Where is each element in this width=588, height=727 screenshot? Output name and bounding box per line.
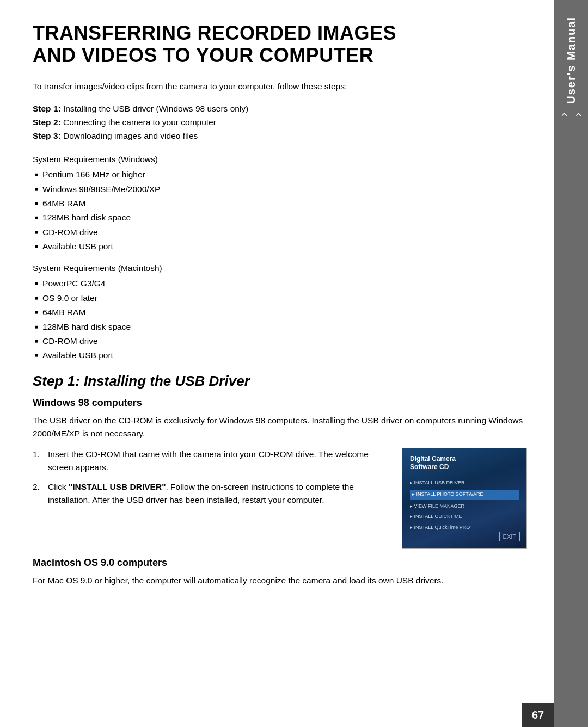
sys-req-windows-list: Pentium 166 MHz or higher Windows 98/98S… [33, 168, 527, 254]
mac-req-2: OS 9.0 or later [35, 291, 527, 305]
win-req-3: 64MB RAM [35, 196, 527, 211]
cd-menu-5: ▸ INSTALL QuickTime PRO [410, 524, 519, 532]
install-step-1-text: Insert the CD-ROM that came with the cam… [48, 448, 391, 474]
step2-label: Step 2: [33, 118, 61, 127]
mac-section: Macintosh OS 9.0 computers For Mac OS 9.… [33, 557, 527, 587]
win-req-6: Available USB port [35, 239, 527, 254]
sys-req-mac-heading: System Requirements (Macintosh) [33, 263, 527, 273]
sys-req-windows-heading: System Requirements (Windows) [33, 155, 527, 164]
mac-req-6: Available USB port [35, 348, 527, 362]
step1-label: Step 1: [33, 104, 61, 113]
windows98-heading: Windows 98 computers [33, 397, 527, 409]
sidebar-tab: User's Manual ›› [554, 0, 588, 727]
win-req-1: Pentium 166 MHz or higher [35, 168, 527, 182]
mac-req-4: 128MB hard disk space [35, 320, 527, 334]
step-item-3: Step 3: Downloading images and video fil… [33, 130, 527, 143]
cd-menu-2: ▸ INSTALL PHOTO SOFTWARE [410, 490, 519, 500]
page-number: 67 [532, 709, 544, 722]
page-title: TRANSFERRING RECORDED IMAGES AND VIDEOS … [33, 22, 527, 67]
win-req-2: Windows 98/98SE/Me/2000/XP [35, 182, 527, 196]
step3-text: Downloading images and video files [63, 131, 198, 140]
num-2: 2. [33, 480, 42, 494]
mac-desc: For Mac OS 9.0 or higher, the computer w… [33, 574, 527, 587]
cd-screenshot: Digital CameraSoftware CD ▸ INSTALL USB … [402, 448, 527, 549]
mac-req-5: CD-ROM drive [35, 334, 527, 348]
windows-desc: The USB driver on the CD-ROM is exclusiv… [33, 414, 527, 440]
steps-list: Step 1: Installing the USB driver (Windo… [33, 102, 527, 143]
win-req-4: 128MB hard disk space [35, 211, 527, 225]
title-line1: TRANSFERRING RECORDED IMAGES [33, 22, 396, 44]
install-step-2-before: Click [48, 482, 69, 491]
page-number-container: 67 [522, 703, 554, 727]
mac-os-heading: Macintosh OS 9.0 computers [33, 557, 527, 569]
step-item-2: Step 2: Connecting the camera to your co… [33, 116, 527, 130]
install-step-1: 1. Insert the CD-ROM that came with the … [33, 448, 391, 474]
step3-label: Step 3: [33, 131, 61, 140]
step1-section-heading: Step 1: Installing the USB Driver [33, 373, 527, 390]
cd-exit-button: EXIT [499, 532, 520, 541]
cd-title: Digital CameraSoftware CD [410, 455, 519, 472]
num-1: 1. [33, 448, 42, 461]
mac-req-1: PowerPC G3/G4 [35, 276, 527, 291]
sidebar-label: User's Manual [565, 16, 578, 104]
step-item-1: Step 1: Installing the USB driver (Windo… [33, 102, 527, 116]
page-container: TRANSFERRING RECORDED IMAGES AND VIDEOS … [0, 0, 588, 727]
install-section: 1. Insert the CD-ROM that came with the … [33, 448, 527, 549]
install-steps-list: 1. Insert the CD-ROM that came with the … [33, 448, 391, 513]
install-step-2: 2. Click "INSTALL USB DRIVER". Follow th… [33, 480, 391, 507]
step1-text: Installing the USB driver (Windows 98 us… [63, 104, 248, 113]
title-line2: AND VIDEOS TO YOUR COMPUTER [33, 44, 373, 66]
intro-paragraph: To transfer images/video clips from the … [33, 80, 527, 93]
sys-req-mac-list: PowerPC G3/G4 OS 9.0 or later 64MB RAM 1… [33, 276, 527, 362]
cd-menu-1: ▸ INSTALL USB DRIVER [410, 479, 519, 487]
install-step-2-content: Click "INSTALL USB DRIVER". Follow the o… [48, 480, 391, 507]
win-req-5: CD-ROM drive [35, 225, 527, 239]
sidebar-chevrons: ›› [557, 114, 585, 116]
cd-menu-3: ▸ VIEW FILE MANAGER [410, 503, 519, 510]
main-content: TRANSFERRING RECORDED IMAGES AND VIDEOS … [0, 0, 554, 727]
mac-req-3: 64MB RAM [35, 305, 527, 319]
cd-menu-4: ▸ INSTALL QUICKTIME [410, 513, 519, 521]
step2-text: Connecting the camera to your computer [63, 118, 216, 127]
install-usb-driver-label: "INSTALL USB DRIVER" [69, 482, 166, 491]
